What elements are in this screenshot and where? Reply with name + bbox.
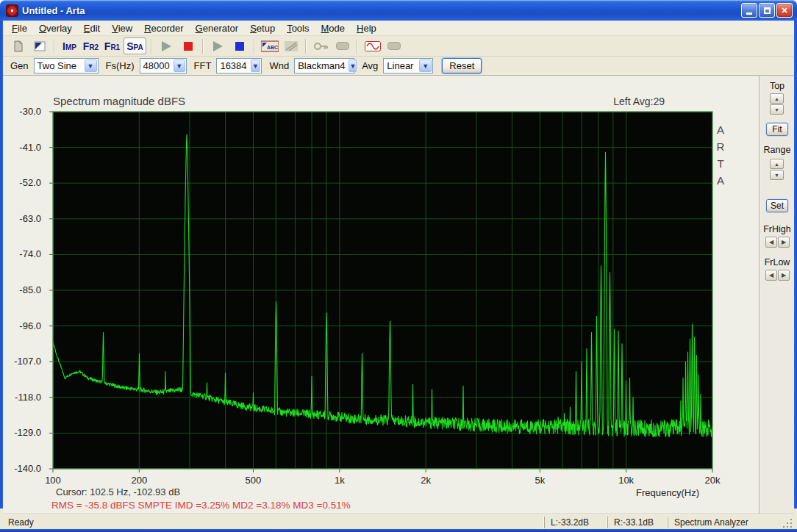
chevron-down-icon[interactable]: ▼: [349, 60, 357, 72]
app-window: Untitled - Arta ✕ FileOverlayEditViewRec…: [0, 0, 797, 532]
y-axis-tick-label: -74.0: [3, 248, 41, 259]
menu-item-generator[interactable]: Generator: [190, 21, 245, 35]
menu-item-setup[interactable]: Setup: [244, 21, 281, 35]
menu-item-recorder[interactable]: Recorder: [138, 21, 189, 35]
record-button[interactable]: [178, 37, 198, 54]
channel-average-label: Left Avg:29: [582, 96, 665, 107]
y-axis-tick-label: -107.0: [3, 356, 41, 367]
flag-icon: [34, 40, 46, 52]
averaging-value: Linear: [384, 60, 418, 71]
frlow-left-button[interactable]: ◀: [765, 270, 777, 281]
resize-grip[interactable]: [782, 517, 794, 528]
window-select[interactable]: Blackman4 ▼: [294, 58, 354, 73]
toolbar-separator: [254, 39, 255, 54]
mode-indicator: Spectrum Analyzer: [668, 517, 779, 528]
app-icon: [6, 4, 18, 17]
fit-button[interactable]: Fit: [766, 123, 788, 136]
tool-disabled-button[interactable]: [332, 37, 352, 54]
plot-panel: Spectrum magnitude dBFS Left Avg:29 ARTA…: [3, 76, 794, 514]
chevron-down-icon[interactable]: ▼: [85, 60, 97, 72]
menu-item-view[interactable]: View: [106, 21, 138, 35]
range-label: Range: [760, 145, 795, 155]
window-border-right: [794, 0, 797, 508]
x-axis-tick-label: 200: [117, 475, 161, 486]
window-value: Blackman4: [295, 60, 348, 71]
samplerate-select[interactable]: 48000 ▼: [140, 58, 187, 73]
set-button[interactable]: Set: [766, 199, 788, 212]
page-icon: [12, 40, 24, 52]
fft-size-select[interactable]: 16384 ▼: [216, 58, 262, 73]
top-up-button[interactable]: ▲: [770, 93, 784, 104]
stop-icon: [235, 42, 244, 51]
menu-item-mode[interactable]: Mode: [315, 21, 351, 35]
y-axis-tick-label: -140.0: [3, 463, 41, 474]
y-axis-tick-label: -96.0: [3, 320, 41, 331]
x-axis-tick-label: 100: [31, 475, 75, 486]
avg-label: Avg: [362, 60, 378, 71]
cursor-readout-button[interactable]: ABC: [260, 37, 279, 54]
spa-mode-button-label: SPA: [126, 40, 143, 52]
title-bar[interactable]: Untitled - Arta ✕: [0, 0, 797, 21]
minimize-button[interactable]: [741, 3, 757, 18]
arrow-up-icon: ▲: [774, 96, 779, 101]
y-axis-tick-label: -63.0: [3, 213, 41, 224]
y-axis-tick-label: -41.0: [3, 142, 41, 153]
x-axis-tick-label: 20k: [690, 475, 735, 486]
y-axis-tick-label: -129.0: [3, 427, 41, 438]
signal-generator-button[interactable]: [362, 37, 382, 54]
top-label: Top: [760, 81, 795, 91]
fr2-mode-button[interactable]: FR2: [81, 37, 101, 54]
plot-sidebar: Top ▲ ▼ Fit Range ▲ ▼ Set FrHigh ◀ ▶ FrL…: [759, 76, 794, 514]
x-axis-tick-label: 2k: [404, 475, 448, 486]
overlay-button[interactable]: [29, 37, 49, 54]
averaging-select[interactable]: Linear ▼: [383, 58, 433, 73]
spectrum-plot[interactable]: [47, 109, 718, 472]
chevron-down-icon[interactable]: ▼: [419, 60, 432, 72]
tool-disabled2-button[interactable]: [384, 37, 404, 54]
frhigh-right-button[interactable]: ▶: [778, 237, 790, 248]
menu-item-overlay[interactable]: Overlay: [33, 21, 78, 35]
overlay-off-button[interactable]: [281, 37, 301, 54]
range-up-button[interactable]: ▲: [770, 159, 784, 169]
right-level-indicator: R:-33.1dB: [607, 517, 668, 528]
generator-select[interactable]: Two Sine ▼: [34, 58, 99, 73]
chevron-down-icon[interactable]: ▼: [174, 60, 185, 72]
stop-button[interactable]: [229, 37, 249, 54]
status-bar: Ready L:-33.2dB R:-33.1dB Spectrum Analy…: [3, 514, 794, 529]
maximize-button[interactable]: [759, 3, 775, 18]
menu-item-edit[interactable]: Edit: [78, 21, 106, 35]
reset-button[interactable]: Reset: [442, 58, 482, 73]
close-button[interactable]: ✕: [776, 3, 793, 18]
record-icon: [184, 42, 193, 51]
impulse-mode-button[interactable]: IMP: [60, 37, 79, 54]
maximize-icon: [764, 7, 771, 14]
play-button[interactable]: [208, 37, 228, 54]
fft-label: FFT: [194, 60, 212, 71]
toolbar-separator: [202, 39, 204, 54]
menu-item-help[interactable]: Help: [351, 21, 382, 35]
fr1-mode-button-label: FR1: [104, 40, 120, 52]
y-axis-tick-label: -30.0: [3, 106, 41, 117]
window-border-left: [0, 0, 3, 508]
generator-start-button[interactable]: [157, 37, 176, 54]
menu-item-tools[interactable]: Tools: [281, 21, 315, 35]
menu-item-file[interactable]: File: [6, 21, 33, 35]
window-title: Untitled - Arta: [22, 5, 740, 16]
chevron-down-icon[interactable]: ▼: [251, 60, 261, 72]
x-axis-title: Frequency(Hz): [616, 487, 719, 498]
frhigh-left-button[interactable]: ◀: [765, 237, 777, 248]
range-down-button[interactable]: ▼: [770, 170, 784, 180]
new-file-button[interactable]: [8, 37, 28, 54]
play-icon: [213, 41, 223, 51]
plot-title: Spectrum magnitude dBFS: [53, 95, 185, 107]
impulse-mode-button-label: IMP: [62, 40, 76, 52]
calibrate-button[interactable]: [311, 37, 331, 54]
fr1-mode-button[interactable]: FR1: [102, 37, 122, 54]
top-down-button[interactable]: ▼: [770, 104, 784, 115]
spa-mode-button[interactable]: SPA: [124, 37, 146, 54]
y-axis-tick-label: -52.0: [3, 177, 41, 188]
svg-text:ABC: ABC: [267, 45, 278, 50]
frlow-label: FrLow: [760, 257, 795, 267]
frlow-right-button[interactable]: ▶: [778, 270, 790, 281]
y-axis-tick-label: -118.0: [3, 392, 41, 403]
